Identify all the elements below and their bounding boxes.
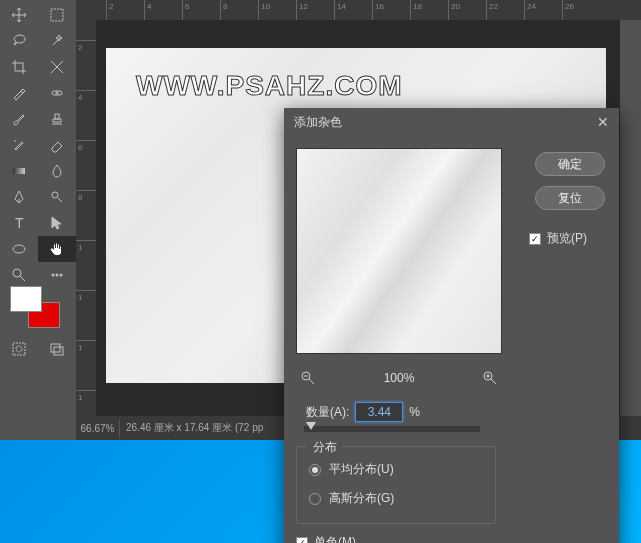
canvas-watermark-text: WWW.PSAHZ.COM [136, 70, 403, 102]
lasso-tool[interactable] [0, 28, 38, 54]
move-tool[interactable] [0, 2, 38, 28]
stamp-tool[interactable] [38, 106, 76, 132]
eraser-tool[interactable] [38, 132, 76, 158]
svg-point-7 [52, 274, 55, 277]
slice-tool[interactable] [38, 54, 76, 80]
hand-tool[interactable] [38, 236, 76, 262]
add-noise-dialog: 添加杂色 ✕ 确定 复位 ✓ 预览(P) 100% 数量(A): % 分布 [284, 108, 619, 543]
svg-rect-10 [13, 343, 25, 355]
uniform-radio[interactable] [309, 464, 321, 476]
svg-point-9 [60, 274, 63, 277]
slider-thumb[interactable] [306, 422, 316, 430]
percent-sign: % [409, 405, 420, 419]
svg-point-3 [52, 192, 58, 198]
path-select-tool[interactable] [38, 210, 76, 236]
brush-tool[interactable] [0, 106, 38, 132]
gaussian-label: 高斯分布(G) [329, 490, 394, 507]
svg-point-6 [13, 269, 21, 277]
reset-button[interactable]: 复位 [535, 186, 605, 210]
close-icon[interactable]: ✕ [593, 112, 613, 132]
blur-tool[interactable] [38, 158, 76, 184]
shape-tool[interactable] [0, 236, 38, 262]
horizontal-ruler: 2468101214161820222426 [76, 0, 641, 20]
monochrome-label: 单色(M) [314, 534, 356, 543]
preview-checkbox[interactable]: ✓ [529, 233, 541, 245]
svg-rect-2 [13, 168, 25, 174]
marquee-tool[interactable] [38, 2, 76, 28]
zoom-out-icon[interactable] [296, 366, 320, 390]
foreground-color[interactable] [10, 286, 42, 312]
amount-slider[interactable] [304, 426, 480, 432]
svg-point-5 [13, 245, 25, 253]
uniform-label: 平均分布(U) [329, 461, 394, 478]
preview-zoom-level: 100% [384, 371, 415, 385]
preview-label: 预览(P) [547, 230, 587, 247]
ok-button[interactable]: 确定 [535, 152, 605, 176]
quick-mask-tool[interactable] [0, 336, 38, 362]
distribution-title: 分布 [307, 439, 343, 456]
crop-tool[interactable] [0, 54, 38, 80]
more-tools[interactable] [38, 262, 76, 288]
history-brush-tool[interactable] [0, 132, 38, 158]
dialog-title: 添加杂色 [284, 108, 619, 136]
noise-preview[interactable] [296, 148, 502, 354]
zoom-in-icon[interactable] [478, 366, 502, 390]
amount-input[interactable] [355, 402, 403, 422]
svg-rect-12 [51, 344, 60, 352]
document-info: 26.46 厘米 x 17.64 厘米 (72 pp [120, 421, 263, 435]
healing-tool[interactable] [38, 80, 76, 106]
color-swatch[interactable] [10, 286, 62, 328]
type-tool[interactable]: T [0, 210, 38, 236]
svg-point-11 [16, 346, 22, 352]
screen-mode-tool[interactable] [38, 336, 76, 362]
eyedropper-tool[interactable] [0, 80, 38, 106]
distribution-group: 分布 平均分布(U) 高斯分布(G) [296, 446, 496, 524]
gradient-tool[interactable] [0, 158, 38, 184]
vertical-ruler: 24681111 [76, 20, 96, 416]
svg-rect-0 [51, 9, 63, 21]
svg-rect-13 [54, 347, 63, 355]
dodge-tool[interactable] [38, 184, 76, 210]
gaussian-radio[interactable] [309, 493, 321, 505]
tool-palette: T [0, 0, 76, 376]
amount-label: 数量(A): [306, 404, 349, 421]
zoom-tool[interactable] [0, 262, 38, 288]
svg-point-8 [56, 274, 59, 277]
monochrome-checkbox[interactable]: ✓ [296, 537, 308, 544]
svg-text:T: T [15, 215, 24, 231]
pen-tool[interactable] [0, 184, 38, 210]
zoom-percent[interactable]: 66.67% [76, 419, 120, 438]
magic-wand-tool[interactable] [38, 28, 76, 54]
